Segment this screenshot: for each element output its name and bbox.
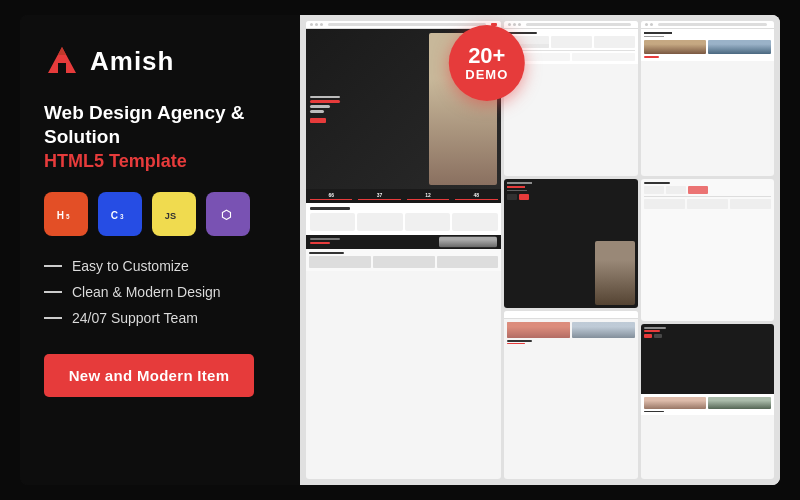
title-sub: HTML5 Template	[44, 151, 276, 172]
feature-label-3: 24/07 Support Team	[72, 310, 198, 326]
screenshot-5	[641, 21, 774, 176]
demo-number: 20+	[468, 45, 505, 67]
screenshot-4	[504, 311, 637, 479]
features-list: Easy to Customize Clean & Modern Design …	[44, 258, 276, 326]
col-2	[504, 21, 637, 479]
css3-icon: C3	[98, 192, 142, 236]
feature-dash-1	[44, 265, 62, 267]
right-panel: 20+ DEMO	[300, 15, 780, 485]
logo-icon	[44, 43, 80, 79]
svg-text:3: 3	[120, 212, 124, 219]
product-card: Amish Web Design Agency & Solution HTML5…	[20, 15, 780, 485]
screenshot-6	[641, 179, 774, 321]
feature-item-1: Easy to Customize	[44, 258, 276, 274]
logo-text: Amish	[90, 46, 174, 77]
bootstrap-icon: ⬡	[206, 192, 250, 236]
demo-badge: 20+ DEMO	[449, 25, 525, 101]
svg-text:H: H	[57, 209, 64, 220]
screenshot-2	[504, 21, 637, 176]
title-main: Web Design Agency & Solution	[44, 101, 276, 149]
tech-icons: H5 C3 JS ⬡	[44, 192, 276, 236]
demo-label: DEMO	[465, 67, 508, 82]
col-3	[641, 21, 774, 479]
feature-label-2: Clean & Modern Design	[72, 284, 221, 300]
screenshot-collage: 66 37 12 48	[300, 15, 780, 485]
screenshot-7	[641, 324, 774, 479]
svg-text:5: 5	[66, 212, 70, 219]
feature-dash-2	[44, 291, 62, 293]
feature-dash-3	[44, 317, 62, 319]
cta-button[interactable]: New and Modern Item	[44, 354, 254, 397]
left-panel: Amish Web Design Agency & Solution HTML5…	[20, 15, 300, 485]
screenshot-3	[504, 179, 637, 308]
svg-marker-1	[58, 47, 66, 55]
javascript-icon: JS	[152, 192, 196, 236]
logo-row: Amish	[44, 43, 276, 79]
svg-text:JS: JS	[165, 210, 176, 220]
svg-text:C: C	[111, 209, 118, 220]
html5-icon: H5	[44, 192, 88, 236]
feature-label-1: Easy to Customize	[72, 258, 189, 274]
svg-text:⬡: ⬡	[221, 207, 232, 221]
feature-item-2: Clean & Modern Design	[44, 284, 276, 300]
feature-item-3: 24/07 Support Team	[44, 310, 276, 326]
